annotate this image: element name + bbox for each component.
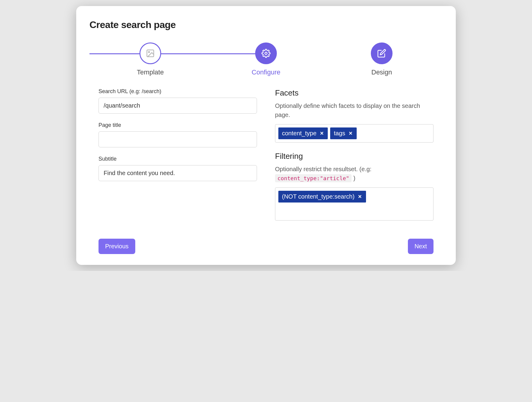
previous-button[interactable]: Previous bbox=[99, 239, 135, 254]
facet-tag-label: tags bbox=[334, 130, 345, 137]
step-template[interactable]: Template bbox=[92, 42, 208, 76]
edit-icon bbox=[377, 49, 386, 58]
facets-desc: Optionally define which facets to displa… bbox=[275, 101, 433, 119]
facet-tag: content_type × bbox=[278, 127, 328, 139]
image-icon bbox=[146, 49, 155, 58]
step-circle-template bbox=[139, 42, 161, 64]
svg-point-1 bbox=[149, 52, 150, 53]
step-configure[interactable]: Configure bbox=[208, 42, 324, 76]
step-circle-design bbox=[371, 42, 393, 64]
step-label-configure: Configure bbox=[252, 68, 280, 76]
footer: Previous Next bbox=[89, 239, 443, 254]
remove-tag-icon[interactable]: × bbox=[358, 193, 362, 200]
step-design[interactable]: Design bbox=[324, 42, 440, 76]
right-column: Facets Optionally define which facets to… bbox=[275, 88, 433, 230]
stepper: Template Configure bbox=[89, 42, 443, 76]
filtering-desc-before: Optionally restrict the resultset. (e.g: bbox=[275, 166, 371, 172]
field-subtitle: Subtitle bbox=[99, 156, 257, 181]
step-label-template: Template bbox=[137, 68, 164, 76]
remove-tag-icon[interactable]: × bbox=[348, 130, 353, 137]
facet-tag-label: content_type bbox=[282, 130, 317, 137]
remove-tag-icon[interactable]: × bbox=[320, 130, 324, 137]
input-subtitle[interactable] bbox=[99, 165, 257, 181]
filtering-desc-code: content_type:"article" bbox=[275, 174, 352, 182]
gear-icon bbox=[261, 49, 271, 58]
label-page-title: Page title bbox=[99, 122, 257, 128]
filtering-desc: Optionally restrict the resultset. (e.g:… bbox=[275, 165, 433, 183]
label-subtitle: Subtitle bbox=[99, 156, 257, 162]
svg-point-2 bbox=[265, 52, 267, 55]
field-search-url: Search URL (e.g: /search) bbox=[99, 88, 257, 114]
page-title: Create search page bbox=[89, 19, 443, 30]
form-grid: Search URL (e.g: /search) Page title Sub… bbox=[89, 88, 443, 230]
filtering-desc-after: ) bbox=[353, 175, 355, 181]
label-search-url: Search URL (e.g: /search) bbox=[99, 88, 257, 95]
left-column: Search URL (e.g: /search) Page title Sub… bbox=[99, 88, 257, 230]
facets-title: Facets bbox=[275, 88, 433, 98]
facets-tagbox[interactable]: content_type × tags × bbox=[275, 124, 433, 143]
facet-tag: tags × bbox=[330, 127, 357, 139]
dialog-window: Create search page Template bbox=[76, 6, 456, 265]
step-label-design: Design bbox=[371, 68, 392, 76]
filtering-title: Filtering bbox=[275, 152, 433, 161]
field-page-title: Page title bbox=[99, 122, 257, 147]
filtering-tagbox[interactable]: (NOT content_type:search) × bbox=[275, 187, 433, 221]
filter-tag: (NOT content_type:search) × bbox=[278, 191, 366, 203]
input-page-title[interactable] bbox=[99, 131, 257, 147]
next-button[interactable]: Next bbox=[408, 239, 433, 254]
filter-tag-label: (NOT content_type:search) bbox=[282, 193, 355, 200]
step-circle-configure bbox=[255, 42, 277, 64]
input-search-url[interactable] bbox=[99, 98, 257, 114]
